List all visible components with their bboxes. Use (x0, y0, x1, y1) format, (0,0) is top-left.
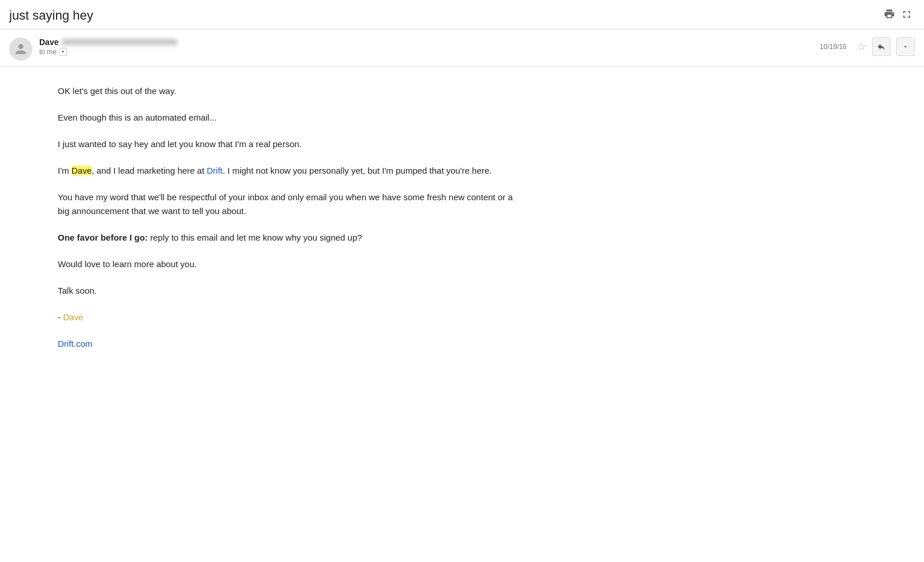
sender-info: Dave to me (39, 38, 819, 56)
paragraph-4: I'm Dave, and I lead marketing here at D… (58, 164, 520, 178)
to-me-label: to me (39, 48, 57, 56)
para6-rest: reply to this email and let me know why … (148, 233, 362, 242)
para4-name-highlight: Dave (72, 166, 92, 175)
signature-dash: - (58, 312, 63, 322)
paragraph-2: Even though this is an automated email..… (58, 111, 520, 125)
star-button[interactable]: ☆ (857, 40, 866, 53)
svg-marker-0 (62, 51, 65, 53)
para4-mid: , and I lead marketing here at (92, 166, 207, 175)
more-actions-button[interactable] (896, 38, 915, 56)
sender-name: Dave (39, 38, 58, 47)
paragraph-1: OK let's get this out of the way. (58, 84, 520, 98)
header-actions: 10/19/16 ☆ (819, 38, 915, 56)
para4-post: . I might not know you personally yet, b… (223, 166, 492, 175)
top-right-toolbar (884, 8, 912, 23)
drift-inline-link[interactable]: Drift (207, 166, 223, 175)
paragraph-5: You have my word that we'll be respectfu… (58, 190, 520, 218)
sender-email-blurred (62, 39, 177, 46)
para4-pre: I'm (58, 166, 72, 175)
paragraph-8: Talk soon. (58, 284, 520, 298)
paragraph-3: I just wanted to say hey and let you kno… (58, 137, 520, 151)
expand-icon[interactable] (901, 9, 912, 22)
email-date: 10/19/16 (819, 43, 847, 51)
page-title: just saying hey (0, 0, 924, 29)
signature-name: Dave (63, 312, 83, 322)
print-icon[interactable] (884, 8, 895, 23)
email-header: Dave to me 10/19/16 ☆ (0, 29, 924, 67)
email-body: OK let's get this out of the way. Even t… (0, 67, 578, 381)
drift-footer-link[interactable]: Drift.com (58, 339, 92, 349)
para6-bold: One favor before I go: (58, 233, 148, 242)
footer-link-paragraph: Drift.com (58, 337, 520, 351)
paragraph-6: One favor before I go: reply to this ema… (58, 231, 520, 245)
paragraph-7: Would love to learn more about you. (58, 257, 520, 271)
avatar (9, 38, 32, 61)
recipients-dropdown[interactable] (59, 48, 67, 56)
signature-line: - Dave (58, 310, 520, 324)
reply-button[interactable] (872, 38, 891, 56)
